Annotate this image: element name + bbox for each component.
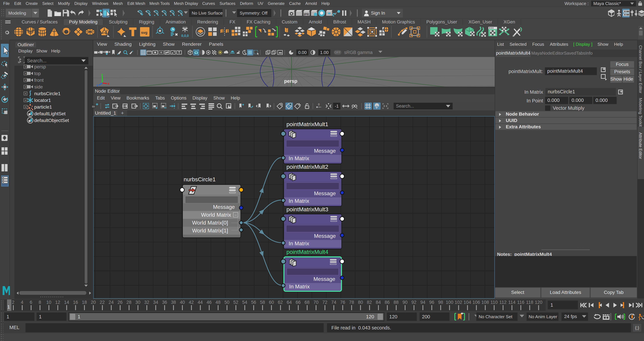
svg-text:y: y — [101, 73, 103, 76]
svg-text:svg: svg — [141, 30, 148, 35]
svg-text:z: z — [96, 84, 98, 87]
svg-text:0,0,0: 0,0,0 — [181, 34, 189, 37]
svg-text:x: x — [108, 82, 109, 85]
svg-text:IPR: IPR — [304, 13, 309, 16]
svg-text:0: 0 — [318, 103, 320, 106]
